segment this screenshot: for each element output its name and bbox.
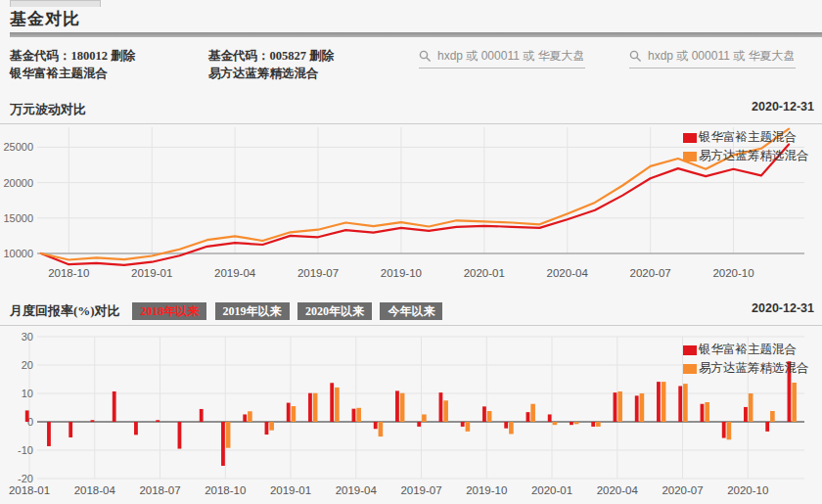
svg-text:20000: 20000: [3, 177, 33, 189]
fund-card-2: 基金代码：005827删除 易方达蓝筹精选混合: [208, 47, 334, 83]
fund-delete-link-1[interactable]: 删除: [111, 49, 135, 63]
fund-search-box-2: [629, 48, 796, 69]
svg-text:2019-04: 2019-04: [336, 484, 378, 496]
nav-chart-title: 万元波动对比: [10, 102, 86, 116]
svg-text:15000: 15000: [3, 212, 33, 224]
svg-text:20: 20: [22, 359, 33, 371]
svg-text:2019-01: 2019-01: [131, 267, 172, 279]
legend-label: 易方达蓝筹精选混合: [699, 360, 809, 377]
legend-label: 银华富裕主题混合: [699, 129, 797, 146]
return-chart-date: 2020-12-31: [752, 301, 814, 315]
fund-search-box-1: [419, 48, 585, 69]
fund-code-label-2: 基金代码：: [208, 49, 270, 63]
return-range-tabs: 2018年以来 2019年以来 2020年以来 今年以来: [132, 301, 446, 320]
nav-chart-legend: 银华富裕主题混合 易方达蓝筹精选混合: [683, 128, 809, 165]
tab-since-2019[interactable]: 2019年以来: [215, 302, 290, 320]
svg-text:2018-07: 2018-07: [139, 484, 180, 496]
svg-text:2018-10: 2018-10: [48, 267, 89, 279]
svg-text:2018-04: 2018-04: [74, 484, 116, 496]
return-chart-legend: 银华富裕主题混合 易方达蓝筹精选混合: [683, 341, 809, 378]
svg-text:2018-01: 2018-01: [9, 484, 50, 496]
legend-item-fund1[interactable]: 银华富裕主题混合: [683, 341, 809, 359]
svg-text:30: 30: [22, 331, 33, 343]
svg-text:2019-10: 2019-10: [381, 267, 422, 279]
legend-item-fund2[interactable]: 易方达蓝筹精选混合: [683, 359, 809, 378]
page-title: 基金对比: [10, 8, 80, 30]
fund-code-1: 180012: [71, 49, 109, 63]
search-icon: [629, 50, 642, 63]
fund-delete-link-2[interactable]: 删除: [309, 49, 334, 63]
tab-since-2018[interactable]: 2018年以来: [132, 302, 206, 320]
svg-text:2020-01: 2020-01: [531, 484, 572, 496]
title-divider: [10, 32, 822, 37]
legend-label: 银华富裕主题混合: [699, 342, 797, 358]
nav-chart-date: 2020-12-31: [752, 100, 814, 114]
fund-search-input-2[interactable]: [646, 48, 796, 64]
return-chart-title: 月度回报率(%)对比: [10, 303, 120, 318]
legend-swatch-red: [683, 133, 697, 143]
tab-this-year[interactable]: 今年以来: [380, 302, 442, 320]
svg-text:2020-10: 2020-10: [712, 267, 754, 279]
svg-text:2020-07: 2020-07: [629, 267, 670, 279]
svg-text:2020-04: 2020-04: [597, 484, 639, 496]
svg-text:2019-01: 2019-01: [270, 484, 311, 496]
browser-tab-remnant: [10, 0, 101, 7]
svg-text:2019-10: 2019-10: [466, 484, 507, 496]
svg-text:2020-07: 2020-07: [662, 484, 703, 496]
fund-name-1: 银华富裕主题混合: [10, 65, 135, 83]
svg-text:2020-04: 2020-04: [547, 267, 589, 279]
svg-text:2020-01: 2020-01: [464, 267, 505, 279]
fund-card-1: 基金代码：180012删除 银华富裕主题混合: [10, 47, 135, 83]
return-section-header: 2020-12-31 月度回报率(%)对比 2018年以来 2019年以来 20…: [0, 299, 822, 326]
fund-code-label-1: 基金代码：: [10, 49, 71, 63]
legend-swatch-red: [683, 345, 697, 355]
legend-swatch-orange: [683, 364, 697, 374]
svg-text:-20: -20: [18, 473, 33, 484]
fund-code-2: 005827: [270, 49, 307, 63]
svg-text:2019-07: 2019-07: [297, 267, 339, 279]
svg-text:2019-07: 2019-07: [400, 484, 441, 496]
svg-text:25000: 25000: [3, 141, 33, 153]
svg-text:-10: -10: [18, 444, 33, 456]
svg-text:2019-04: 2019-04: [214, 267, 256, 279]
svg-text:10000: 10000: [3, 248, 33, 259]
fund-search-input-1[interactable]: [435, 48, 585, 64]
legend-item-fund1[interactable]: 银华富裕主题混合: [683, 128, 809, 147]
svg-text:2018-10: 2018-10: [205, 484, 246, 496]
fund-name-2: 易方达蓝筹精选混合: [208, 65, 334, 83]
tab-since-2020[interactable]: 2020年以来: [297, 302, 372, 320]
svg-text:10: 10: [22, 388, 33, 399]
search-icon: [419, 50, 432, 63]
legend-swatch-orange: [683, 152, 697, 161]
svg-text:2020-10: 2020-10: [727, 484, 768, 496]
legend-label: 易方达蓝筹精选混合: [699, 148, 809, 164]
legend-item-fund2[interactable]: 易方达蓝筹精选混合: [683, 147, 809, 165]
